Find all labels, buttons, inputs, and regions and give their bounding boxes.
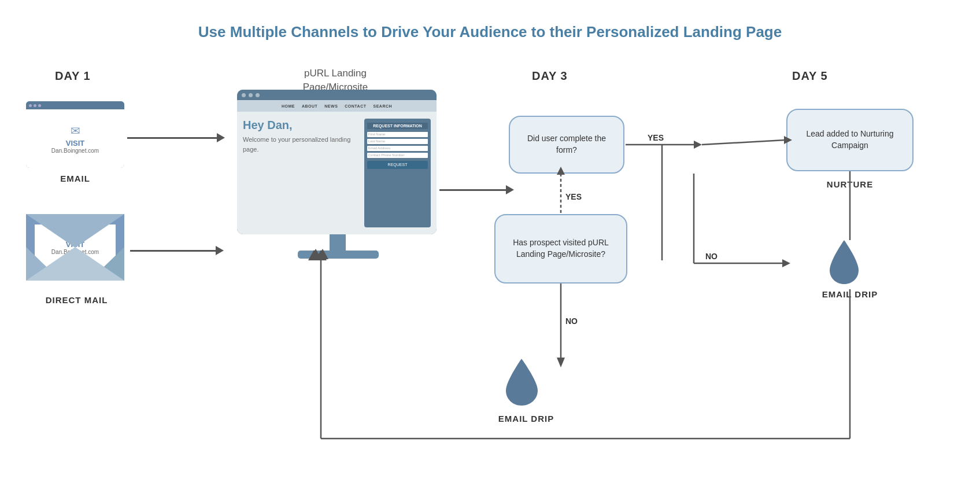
visited-question-box: Has prospect visited pURL Landing Page/M… (494, 214, 627, 284)
day3-label: DAY 3 (532, 69, 568, 83)
arrow-mail-to-monitor (130, 246, 224, 255)
email-channel-box: ✉ VISIT Dan.Boingnet.com (26, 101, 124, 168)
email-drip-right-label: EMAIL DRIP (798, 289, 902, 299)
form-button[interactable]: REQUEST (367, 161, 428, 169)
email-drip-right-icon (827, 240, 861, 289)
svg-line-3 (702, 140, 785, 145)
email-drip-bottom-icon (503, 359, 541, 410)
email-url: Dan.Boingnet.com (51, 148, 99, 154)
monitor-greeting: Hey Dan, (243, 119, 358, 132)
nurture-box: Lead added to Nurturing Campaign (786, 109, 914, 171)
direct-mail-envelope: VISIT Dan.Boingnet.com (26, 214, 127, 289)
direct-mail-label: DIRECT MAIL (26, 295, 127, 305)
svg-marker-15 (782, 259, 790, 267)
nurture-label: NURTURE (786, 179, 914, 189)
svg-text:NO: NO (565, 316, 578, 326)
monitor-body-text: Welcome to your personalized landing pag… (243, 135, 358, 154)
svg-text:YES: YES (565, 192, 582, 201)
arrow-monitor-to-day3 (439, 185, 514, 194)
email-visit-text: VISIT (66, 139, 85, 148)
day1-label: DAY 1 (55, 69, 91, 83)
svg-text:YES: YES (648, 133, 664, 142)
form-title: REQUEST INFORMATION (367, 123, 428, 129)
svg-text:NO: NO (705, 252, 718, 261)
monitor-screen: HOMEABOUTNEWSCONTACTSEARCH Hey Dan, Welc… (237, 90, 437, 234)
svg-marker-9 (557, 358, 565, 367)
main-container: { "title": "Use Multiple Channels to Dri… (0, 0, 980, 497)
arrow-email-to-monitor (127, 133, 225, 142)
email-label: EMAIL (26, 174, 124, 183)
email-drip-bottom-label: EMAIL DRIP (480, 414, 572, 424)
day5-label: DAY 5 (792, 69, 828, 83)
page-title: Use Multiple Channels to Drive Your Audi… (0, 0, 980, 47)
form-question-box: Did user complete the form? (509, 116, 624, 174)
svg-marker-1 (694, 141, 702, 149)
